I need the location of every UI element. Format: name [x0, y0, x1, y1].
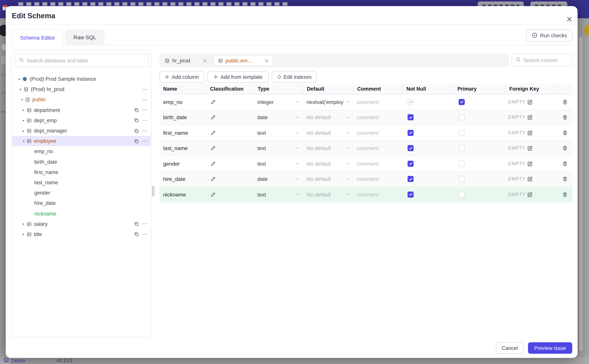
- tree-item-hire-date[interactable]: hire_date: [12, 198, 151, 208]
- more-actions-icon[interactable]: ⋯: [142, 139, 147, 143]
- tree-item-employee[interactable]: ▾employee⋯: [12, 136, 151, 146]
- column-name[interactable]: hire_date: [163, 176, 186, 182]
- not-null-checkbox[interactable]: [408, 145, 414, 151]
- caret-right-icon[interactable]: ▸: [22, 108, 26, 112]
- column-name[interactable]: gender: [163, 161, 180, 167]
- classification-edit-icon[interactable]: [210, 130, 216, 136]
- tree-item-emp-no[interactable]: emp_no: [12, 146, 151, 157]
- tree-item--prod-prod-sample-instance[interactable]: ▾(Prod) Prod Sample Instance: [12, 74, 151, 84]
- more-actions-icon[interactable]: ⋯: [142, 88, 147, 91]
- not-null-checkbox[interactable]: [408, 192, 414, 198]
- default-select[interactable]: No default: [307, 176, 353, 182]
- copy-icon[interactable]: [134, 118, 139, 123]
- comment-input[interactable]: comment: [357, 145, 379, 151]
- delete-column-icon[interactable]: [562, 176, 568, 182]
- default-select[interactable]: No default: [307, 192, 353, 198]
- primary-checkbox[interactable]: [459, 176, 465, 182]
- delete-column-icon[interactable]: [562, 146, 568, 151]
- add-column-button[interactable]: Add column: [159, 71, 204, 83]
- copy-icon[interactable]: [134, 221, 139, 226]
- caret-right-icon[interactable]: ▸: [22, 119, 26, 122]
- comment-input[interactable]: comment: [357, 176, 379, 182]
- column-name[interactable]: birth_date: [163, 114, 187, 121]
- demo-link[interactable]: Demo: [3, 358, 25, 364]
- primary-checkbox[interactable]: [459, 114, 465, 121]
- preview-issue-button[interactable]: Preview issue: [528, 342, 572, 354]
- type-select[interactable]: text: [257, 192, 303, 198]
- column-name[interactable]: emp_no: [163, 99, 182, 105]
- default-select[interactable]: nextval('employ: [307, 99, 353, 105]
- caret-down-icon[interactable]: ▾: [19, 88, 22, 91]
- comment-input[interactable]: comment: [357, 192, 379, 198]
- tree-item-public[interactable]: ▾public⋯: [12, 95, 151, 105]
- primary-checkbox[interactable]: [459, 161, 465, 167]
- tree-item-first-name[interactable]: first_name: [12, 167, 151, 177]
- column-name[interactable]: last_name: [163, 145, 188, 151]
- tree-item-gender[interactable]: gender: [12, 188, 151, 198]
- foreign-key-edit-icon[interactable]: [527, 161, 533, 166]
- close-icon[interactable]: [264, 58, 268, 63]
- editor-tab-public-em-[interactable]: public.em...: [214, 55, 273, 66]
- copy-icon[interactable]: [134, 129, 139, 133]
- delete-column-icon[interactable]: [562, 99, 568, 105]
- delete-column-icon[interactable]: [562, 115, 568, 120]
- page-scrollbar[interactable]: [579, 37, 582, 351]
- column-search-input[interactable]: [523, 57, 589, 63]
- foreign-key-edit-icon[interactable]: [527, 176, 533, 182]
- delete-column-icon[interactable]: [562, 130, 568, 136]
- classification-edit-icon[interactable]: [210, 176, 216, 182]
- tree-item-dept-emp[interactable]: ▸dept_emp⋯: [12, 115, 151, 126]
- foreign-key-edit-icon[interactable]: [527, 192, 533, 197]
- column-name[interactable]: nickname: [163, 192, 186, 198]
- more-actions-icon[interactable]: ⋯: [142, 233, 147, 236]
- type-select[interactable]: text: [257, 145, 303, 151]
- tree-item-last-name[interactable]: last_name: [12, 177, 151, 188]
- classification-edit-icon[interactable]: [210, 192, 216, 197]
- tree-item-salary[interactable]: ▸salary⋯: [12, 219, 151, 229]
- default-select[interactable]: No default: [307, 145, 353, 151]
- foreign-key-edit-icon[interactable]: [527, 146, 533, 151]
- tree-item-department[interactable]: ▸department⋯: [12, 105, 151, 115]
- classification-edit-icon[interactable]: [210, 115, 216, 120]
- more-actions-icon[interactable]: ⋯: [142, 98, 147, 102]
- caret-right-icon[interactable]: ▸: [22, 129, 26, 133]
- primary-checkbox[interactable]: [459, 145, 465, 151]
- delete-column-icon[interactable]: [562, 192, 568, 197]
- tree-item-dept-manager[interactable]: ▸dept_manager⋯: [12, 126, 151, 136]
- add-from-template-button[interactable]: Add from template: [207, 71, 269, 83]
- caret-down-icon[interactable]: ▾: [20, 98, 24, 102]
- not-null-checkbox[interactable]: [408, 114, 414, 121]
- copy-icon[interactable]: [134, 139, 139, 143]
- foreign-key-edit-icon[interactable]: [527, 115, 533, 120]
- not-null-checkbox[interactable]: [408, 130, 414, 136]
- comment-input[interactable]: comment: [357, 114, 379, 121]
- tree-item-title[interactable]: ▸title⋯: [12, 229, 151, 240]
- tree-item-birth-date[interactable]: birth_date: [12, 157, 151, 167]
- tree-item--prod-hr-prod[interactable]: ▾(Prod) hr_prod⋯: [12, 84, 151, 94]
- edit-indexes-button[interactable]: Edit indexes: [272, 71, 317, 83]
- caret-right-icon[interactable]: ▸: [22, 233, 26, 236]
- classification-edit-icon[interactable]: [210, 146, 216, 151]
- not-null-checkbox[interactable]: [408, 161, 414, 167]
- classification-edit-icon[interactable]: [210, 161, 216, 166]
- delete-column-icon[interactable]: [562, 161, 568, 166]
- default-select[interactable]: No default: [307, 114, 353, 121]
- type-select[interactable]: text: [257, 161, 303, 167]
- foreign-key-edit-icon[interactable]: [527, 130, 533, 136]
- primary-checkbox[interactable]: [459, 192, 465, 198]
- close-icon[interactable]: [203, 58, 207, 63]
- type-select[interactable]: date: [257, 114, 303, 121]
- more-actions-icon[interactable]: ⋯: [142, 108, 147, 112]
- caret-down-icon[interactable]: ▾: [22, 139, 26, 143]
- primary-checkbox[interactable]: [459, 130, 465, 136]
- panel-resize-handle[interactable]: [152, 186, 155, 196]
- cancel-button[interactable]: Cancel: [496, 342, 523, 354]
- caret-right-icon[interactable]: ▸: [22, 222, 26, 226]
- type-select[interactable]: text: [257, 130, 303, 136]
- copy-icon[interactable]: [134, 108, 139, 112]
- tab-raw-sql[interactable]: Raw SQL: [65, 29, 104, 45]
- classification-edit-icon[interactable]: [210, 99, 216, 105]
- default-select[interactable]: No default: [307, 161, 353, 167]
- tab-schema-editor[interactable]: Schema Editor: [12, 29, 63, 45]
- type-select[interactable]: integer: [257, 99, 303, 105]
